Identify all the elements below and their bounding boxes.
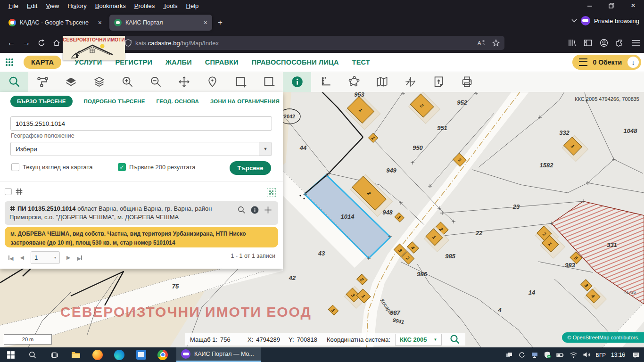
tray-wifi-icon[interactable] xyxy=(570,351,578,358)
tray-security-icon[interactable] xyxy=(544,351,551,359)
tool-rect-add[interactable] xyxy=(226,72,255,92)
tray-volume-icon[interactable] xyxy=(583,351,591,358)
building[interactable]: 4 xyxy=(407,241,419,253)
bookmark-star-icon[interactable] xyxy=(492,39,500,47)
action-center-icon[interactable] xyxy=(632,351,640,359)
forward-button[interactable]: → xyxy=(19,36,34,50)
nav-справки[interactable]: СПРАВКИ xyxy=(205,58,239,66)
sidebar-icon[interactable] xyxy=(584,39,592,47)
tray-battery-icon[interactable] xyxy=(556,351,564,359)
building[interactable]: 1 xyxy=(328,305,339,316)
tool-pan[interactable] xyxy=(170,72,198,92)
menu-help[interactable]: Help xyxy=(182,1,203,10)
tool-print[interactable] xyxy=(453,72,481,92)
menu-tools[interactable]: Tools xyxy=(159,1,181,10)
panel-tab[interactable]: ЗОНИ НА ОГРАНИЧЕНИЯ xyxy=(210,99,280,104)
nav-карта[interactable]: КАРТА xyxy=(24,56,61,69)
tab-close-icon[interactable]: × xyxy=(204,19,207,26)
tool-rect-subtract[interactable] xyxy=(255,72,283,92)
close-button[interactable]: × xyxy=(622,0,644,11)
language-indicator[interactable]: БГР xyxy=(596,352,606,358)
menu-history[interactable]: History xyxy=(64,1,90,10)
tool-coordinates[interactable] xyxy=(396,72,424,92)
back-button[interactable]: ← xyxy=(4,36,19,50)
page-first-button[interactable]: ◀ xyxy=(8,254,13,262)
clock[interactable]: 13:16 xyxy=(611,352,625,358)
tool-layers-outline[interactable] xyxy=(85,72,113,92)
tool-export[interactable] xyxy=(424,72,453,92)
chevron-down-icon[interactable]: ▼ xyxy=(259,142,272,156)
menu-hamburger-icon[interactable] xyxy=(632,40,640,46)
select-all-checkbox[interactable] xyxy=(5,188,12,195)
checkbox-current-view[interactable] xyxy=(11,163,19,171)
tray-update-icon[interactable] xyxy=(518,351,526,359)
result-zoom-icon[interactable] xyxy=(237,206,246,214)
tool-location-pin[interactable] xyxy=(198,72,226,92)
search-input[interactable] xyxy=(10,116,272,131)
chrome-icon[interactable] xyxy=(157,349,168,361)
building[interactable]: 1 xyxy=(368,132,378,142)
tool-zoom-out[interactable] xyxy=(141,72,170,92)
shield-icon[interactable] xyxy=(125,39,132,47)
result-info-icon[interactable] xyxy=(250,206,259,214)
page-next-button[interactable]: ▶ xyxy=(66,255,70,261)
active-task-kais-portal[interactable]: КАИС Портал — Mo... xyxy=(176,347,261,362)
tool-measure-area[interactable] xyxy=(339,72,368,92)
result-add-icon[interactable] xyxy=(264,206,272,214)
nav-жалби[interactable]: ЖАЛБИ xyxy=(165,58,192,66)
menu-bookmarks[interactable]: Bookmarks xyxy=(91,1,130,10)
home-button[interactable] xyxy=(49,36,64,50)
tool-layers-filled[interactable] xyxy=(57,72,85,92)
nav-правоспособни лица[interactable]: ПРАВОСПОСОБНИ ЛИЦА xyxy=(252,58,339,66)
expand-results-icon[interactable] xyxy=(267,188,276,197)
tray-display-icon[interactable] xyxy=(531,351,538,359)
objects-download-icon[interactable]: ↓ xyxy=(627,57,639,68)
panel-tab[interactable]: ПОДРОБНО ТЪРСЕНЕ xyxy=(84,99,145,104)
nav-тест[interactable]: ТЕСТ xyxy=(352,58,370,66)
tool-info[interactable] xyxy=(283,72,311,92)
reload-button[interactable] xyxy=(34,36,49,50)
account-icon[interactable] xyxy=(600,39,608,47)
geo-position-select[interactable]: Избери ▼ xyxy=(10,142,272,156)
tab-google-search[interactable]: КАДАС - Google Търсене × xyxy=(4,15,107,31)
tool-search[interactable] xyxy=(0,72,28,92)
restore-button[interactable] xyxy=(601,0,622,11)
panel-tab[interactable]: ГЕОД. ОСНОВА xyxy=(157,99,199,104)
page-last-button[interactable]: ▶ xyxy=(77,254,82,262)
building[interactable]: 1 xyxy=(394,212,404,222)
building[interactable]: 3 xyxy=(580,279,592,291)
edge-icon[interactable] xyxy=(114,349,125,361)
file-explorer-icon[interactable] xyxy=(70,349,82,361)
result-row[interactable]: ПИ 10135.2510.1014 област Варна, община … xyxy=(5,201,278,225)
start-button[interactable] xyxy=(5,349,17,361)
menu-profiles[interactable]: Profiles xyxy=(131,1,158,10)
building[interactable]: 3 xyxy=(453,153,467,167)
search-button[interactable]: Търсене xyxy=(230,161,271,175)
tool-map-sheets[interactable] xyxy=(368,72,396,92)
extensions-icon[interactable] xyxy=(616,39,624,47)
objects-pill-button[interactable]: 0 Обекти ↓ xyxy=(572,55,641,70)
tab-kais-portal[interactable]: КАИС Портал × xyxy=(109,15,212,31)
crs-select[interactable]: ККС 2005▼ xyxy=(395,334,442,346)
tool-measure[interactable] xyxy=(311,72,339,92)
tray-windows-icon[interactable] xyxy=(505,351,513,359)
page-prev-button[interactable]: ◀ xyxy=(20,255,24,261)
taskbar-search-icon[interactable] xyxy=(27,349,38,361)
tool-zoom-in[interactable] xyxy=(113,72,141,92)
page-select[interactable]: 1▾ xyxy=(31,251,60,264)
translate-icon[interactable]: A xyxy=(478,40,486,47)
chevron-down-icon[interactable] xyxy=(571,19,577,23)
osm-attribution[interactable]: © OpenStreetMap contributors. xyxy=(562,332,644,343)
tab-close-icon[interactable]: × xyxy=(98,19,102,26)
tool-workflow[interactable] xyxy=(28,72,57,92)
minimize-button[interactable] xyxy=(579,0,601,11)
checkbox-first-200[interactable]: ✓ xyxy=(118,163,126,171)
new-tab-button[interactable]: + xyxy=(218,18,223,27)
apps-grid-icon[interactable] xyxy=(6,58,13,66)
panel-tab[interactable]: БЪРЗО ТЪРСЕНЕ xyxy=(10,96,73,107)
building[interactable]: 2 xyxy=(356,274,368,285)
map-search-icon[interactable] xyxy=(449,334,461,345)
firefox-icon[interactable] xyxy=(92,349,103,361)
photos-icon[interactable] xyxy=(135,349,147,361)
url-bar[interactable]: kais.cadastre.bg/bg/Map/Index A xyxy=(120,36,504,50)
